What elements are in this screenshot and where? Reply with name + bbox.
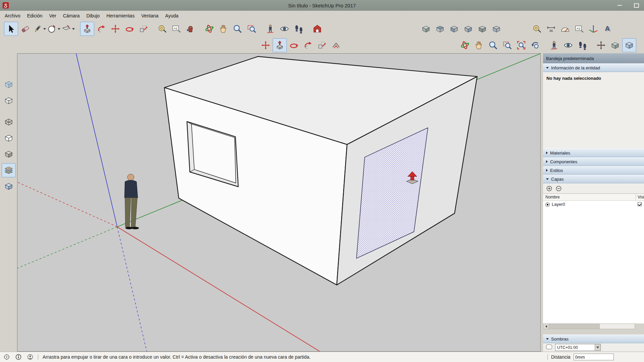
- camera-move-button[interactable]: [594, 38, 608, 52]
- current-layer-radio[interactable]: [545, 202, 550, 207]
- shapes-tool-button[interactable]: [47, 22, 61, 36]
- layers-horizontal-scrollbar[interactable]: [543, 323, 635, 329]
- scrollbar-thumb[interactable]: [549, 324, 600, 329]
- zoom-window-button[interactable]: [245, 22, 259, 36]
- back-edges-style-button[interactable]: [2, 94, 16, 108]
- scale-tool-button[interactable]: [137, 22, 151, 36]
- view-right-button[interactable]: [461, 22, 475, 36]
- model-viewport[interactable]: [17, 53, 541, 352]
- camera-orbit-button[interactable]: [458, 38, 472, 52]
- layer-visible-checkbox[interactable]: [638, 202, 642, 206]
- dropdown-arrow-icon[interactable]: [58, 28, 60, 30]
- pan-button[interactable]: [216, 22, 230, 36]
- measure-input[interactable]: [574, 354, 614, 360]
- orbit-button[interactable]: [202, 22, 216, 36]
- text-3d-icon: AA: [603, 24, 612, 34]
- monochrome-style-button[interactable]: [2, 179, 16, 193]
- section-header-layers[interactable]: Capas: [543, 175, 644, 183]
- sign-in-button[interactable]: [27, 354, 34, 360]
- timezone-dropdown[interactable]: UTC+01:00: [555, 344, 601, 351]
- position-camera-button[interactable]: [263, 22, 277, 36]
- line-tool-button[interactable]: [32, 22, 47, 36]
- view-iso-button[interactable]: [419, 22, 433, 36]
- hidden-line-style-button[interactable]: [2, 131, 16, 145]
- look-around-button[interactable]: [277, 22, 291, 36]
- dropdown-button[interactable]: [595, 344, 600, 351]
- section-header-components[interactable]: Componentes: [543, 157, 644, 166]
- construction-text-button[interactable]: A1: [572, 22, 586, 36]
- zoom-button[interactable]: [230, 22, 245, 36]
- select-tool-button[interactable]: [4, 22, 18, 36]
- section-header-styles[interactable]: Estilos: [543, 166, 644, 175]
- textured-style-button[interactable]: [2, 163, 16, 177]
- standard-view-button[interactable]: [608, 38, 622, 52]
- geolocation-button[interactable]: [3, 354, 10, 360]
- view-left-button[interactable]: [489, 22, 503, 36]
- dropdown-arrow-icon[interactable]: [72, 28, 75, 30]
- modify-move-button[interactable]: [259, 38, 273, 52]
- model-canvas[interactable]: [17, 54, 540, 351]
- camera-zoom-extents-button[interactable]: [514, 38, 528, 52]
- camera-walk-button[interactable]: [575, 38, 589, 52]
- maximize-button[interactable]: [631, 0, 641, 11]
- warehouse-button[interactable]: [310, 22, 324, 36]
- menu-edicion[interactable]: Edición: [24, 11, 46, 20]
- wireframe-style-button[interactable]: [2, 115, 16, 129]
- paint-bucket-button[interactable]: [183, 22, 198, 36]
- camera-previous-button[interactable]: [528, 38, 542, 52]
- rotate-icon: [125, 24, 134, 34]
- view-back-button[interactable]: [475, 22, 489, 36]
- walk-button[interactable]: [291, 22, 306, 36]
- dimension-button[interactable]: 35: [544, 22, 558, 36]
- remove-layer-button[interactable]: [555, 185, 562, 192]
- axes-button[interactable]: [586, 22, 600, 36]
- sketchup-logo-icon: [2, 2, 9, 9]
- protractor-button[interactable]: [558, 22, 572, 36]
- tape-measure-button[interactable]: [155, 22, 169, 36]
- xray-style-button[interactable]: [2, 77, 16, 92]
- dropdown-arrow-icon[interactable]: [43, 28, 46, 30]
- minimize-button[interactable]: [614, 0, 625, 11]
- menu-ventana[interactable]: Ventana: [138, 11, 162, 20]
- menu-camara[interactable]: Cámara: [60, 11, 83, 20]
- modify-push-pull-button[interactable]: [273, 38, 287, 52]
- menu-herramientas[interactable]: Herramientas: [103, 11, 138, 20]
- cursor-icon: [6, 24, 16, 34]
- modify-follow-me-button[interactable]: [301, 38, 315, 52]
- section-header-shadows[interactable]: Sombras: [543, 335, 644, 343]
- 3d-text-button[interactable]: AA: [600, 22, 614, 36]
- shaded-style-button[interactable]: [2, 147, 16, 161]
- follow-me-tool-button[interactable]: [94, 22, 108, 36]
- face-style-button[interactable]: [622, 38, 636, 52]
- rectangle-tool-button[interactable]: [61, 22, 75, 36]
- main-toolbar: A1: [4, 22, 324, 36]
- menu-dibujo[interactable]: Dibujo: [83, 11, 103, 20]
- construction-tape-button[interactable]: [530, 22, 544, 36]
- modify-rotate-button[interactable]: [287, 38, 301, 52]
- menu-archivo[interactable]: Archivo: [1, 11, 24, 20]
- menu-ver[interactable]: Ver: [46, 11, 60, 20]
- push-pull-tool-button[interactable]: [80, 22, 94, 36]
- claim-credit-button[interactable]: [15, 354, 22, 360]
- camera-zoom-window-button[interactable]: [500, 38, 514, 52]
- move-tool-button[interactable]: [108, 22, 122, 36]
- camera-zoom-button[interactable]: [486, 38, 500, 52]
- text-tool-button[interactable]: A1: [169, 22, 183, 36]
- modify-scale-button[interactable]: [315, 38, 329, 52]
- camera-pan-button[interactable]: [472, 38, 486, 52]
- shadow-toggle-icon[interactable]: [546, 345, 552, 349]
- section-header-materials[interactable]: Materiales: [543, 148, 644, 157]
- person-figure[interactable]: [124, 174, 139, 229]
- rotate-tool-button[interactable]: [122, 22, 137, 36]
- layer-row[interactable]: Layer0: [543, 201, 644, 208]
- camera-look-button[interactable]: [561, 38, 575, 52]
- view-front-button[interactable]: [447, 22, 461, 36]
- view-top-button[interactable]: [433, 22, 447, 36]
- menu-ayuda[interactable]: Ayuda: [162, 11, 182, 20]
- modify-offset-button[interactable]: [329, 38, 343, 52]
- section-header-entity-info[interactable]: Información de la entidad: [543, 63, 644, 72]
- eraser-tool-button[interactable]: [18, 22, 32, 36]
- add-layer-button[interactable]: [546, 185, 552, 192]
- scroll-left-button[interactable]: [543, 324, 549, 329]
- camera-position-button[interactable]: [547, 38, 561, 52]
